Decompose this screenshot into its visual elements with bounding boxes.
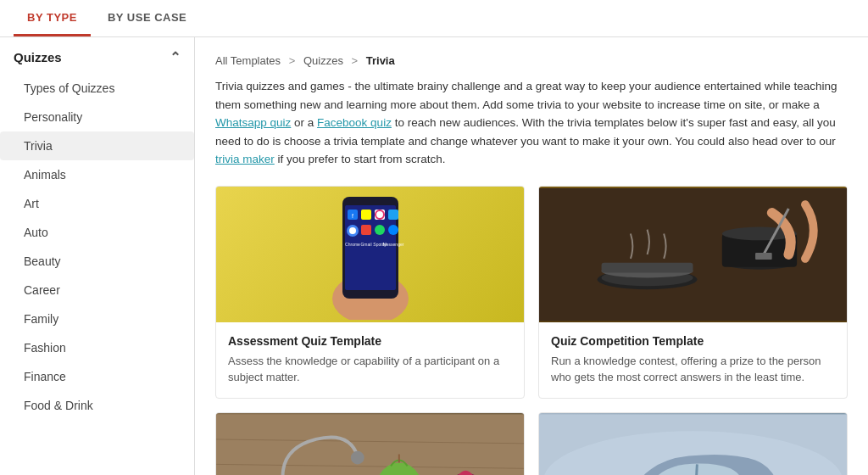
tab-by-type[interactable]: BY TYPE <box>14 1 91 36</box>
sidebar-item-finance[interactable]: Finance <box>0 362 194 391</box>
car-illustration <box>539 413 847 475</box>
svg-point-12 <box>375 225 385 235</box>
phone-illustration: f Chrome Gmail Spotif <box>324 188 417 320</box>
sidebar-item-fashion[interactable]: Fashion <box>0 333 194 362</box>
svg-text:Chrome: Chrome <box>345 242 360 247</box>
card-assessment-quiz[interactable]: f Chrome Gmail Spotif <box>215 186 525 399</box>
tab-by-use-case[interactable]: BY USE CASE <box>94 1 200 36</box>
svg-text:f: f <box>352 213 353 219</box>
svg-rect-27 <box>755 253 772 260</box>
sidebar-section-title: Quizzes <box>14 50 62 64</box>
svg-point-13 <box>388 225 398 235</box>
card-quiz-competition[interactable]: Quiz Competition Template Run a knowledg… <box>538 186 848 399</box>
health-illustration <box>216 413 524 475</box>
card-body-assessment: Assessment Quiz Template Assess the know… <box>216 322 524 398</box>
sidebar-item-trivia[interactable]: Trivia <box>0 131 194 160</box>
sidebar-item-animals[interactable]: Animals <box>0 160 194 189</box>
breadcrumb-quizzes[interactable]: Quizzes <box>303 54 343 67</box>
card-desc-assessment: Assess the knowledge or capability of a … <box>228 353 512 386</box>
card-health[interactable] <box>215 412 525 475</box>
svg-rect-8 <box>388 210 398 220</box>
sidebar-item-family[interactable]: Family <box>0 305 194 333</box>
sidebar-item-auto[interactable]: Auto <box>0 218 194 247</box>
svg-text:Gmail: Gmail <box>360 242 371 247</box>
card-title-assessment: Assessment Quiz Template <box>228 334 512 348</box>
page-description: Trivia quizzes and games - the ultimate … <box>215 77 848 169</box>
sidebar-item-art[interactable]: Art <box>0 189 194 218</box>
svg-point-34 <box>351 451 364 465</box>
svg-rect-5 <box>361 210 371 220</box>
card-car[interactable] <box>538 412 848 475</box>
svg-rect-22 <box>602 263 693 273</box>
card-body-competition: Quiz Competition Template Run a knowledg… <box>539 322 847 398</box>
sidebar-item-career[interactable]: Career <box>0 276 194 305</box>
sidebar: Quizzes ⌃ Types of Quizzes Personality T… <box>0 37 195 475</box>
card-image-assessment: f Chrome Gmail Spotif <box>216 187 524 322</box>
card-desc-competition: Run a knowledge contest, offering a priz… <box>551 353 835 386</box>
sidebar-item-personality[interactable]: Personality <box>0 103 194 131</box>
sidebar-item-food-drink[interactable]: Food & Drink <box>0 391 194 420</box>
breadcrumb-sep1: > <box>289 54 298 67</box>
card-title-competition: Quiz Competition Template <box>551 334 835 348</box>
card-grid: f Chrome Gmail Spotif <box>215 186 848 475</box>
main-layout: Quizzes ⌃ Types of Quizzes Personality T… <box>0 37 868 475</box>
breadcrumb-sep2: > <box>352 54 361 67</box>
svg-rect-11 <box>361 225 371 235</box>
breadcrumb: All Templates > Quizzes > Trivia <box>215 54 848 67</box>
svg-rect-18 <box>539 187 847 321</box>
top-navigation: BY TYPE BY USE CASE <box>0 0 868 37</box>
breadcrumb-current: Trivia <box>366 54 395 67</box>
svg-rect-28 <box>216 414 524 475</box>
content-area: All Templates > Quizzes > Trivia Trivia … <box>195 37 868 475</box>
sidebar-item-types-of-quizzes[interactable]: Types of Quizzes <box>0 74 194 103</box>
card-image-health <box>216 413 524 475</box>
sidebar-section-header[interactable]: Quizzes ⌃ <box>0 37 194 74</box>
breadcrumb-all-templates[interactable]: All Templates <box>215 54 281 67</box>
card-image-car <box>539 413 847 475</box>
chevron-up-icon: ⌃ <box>170 49 181 65</box>
svg-text:Messenger: Messenger <box>382 242 403 247</box>
svg-point-10 <box>349 227 356 234</box>
card-image-competition <box>539 187 847 322</box>
cooking-illustration <box>539 187 847 322</box>
sidebar-item-beauty[interactable]: Beauty <box>0 247 194 276</box>
